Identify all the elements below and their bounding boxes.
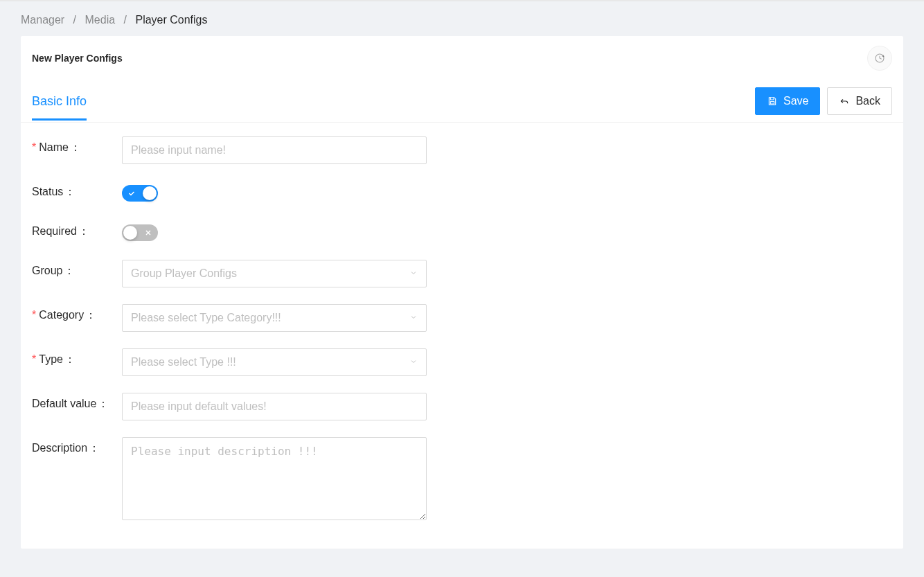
save-icon bbox=[767, 96, 778, 107]
row-type: *Type： Please select Type !!! bbox=[32, 348, 892, 376]
required-asterisk: * bbox=[32, 353, 36, 365]
form: *Name： Status： Required： bbox=[21, 123, 903, 549]
actions: Save Back bbox=[755, 80, 892, 122]
row-category: *Category： Please select Type Category!!… bbox=[32, 304, 892, 332]
chevron-down-icon bbox=[409, 313, 418, 323]
row-description: Description： bbox=[32, 437, 892, 522]
page-title: New Player Configs bbox=[32, 53, 123, 64]
close-icon bbox=[144, 229, 152, 237]
label-status: Status： bbox=[32, 181, 122, 199]
history-icon bbox=[874, 53, 885, 64]
label-name: *Name： bbox=[32, 136, 122, 155]
category-select-placeholder: Please select Type Category!!! bbox=[131, 312, 281, 324]
breadcrumb-sep: / bbox=[124, 14, 127, 26]
required-toggle[interactable] bbox=[122, 224, 158, 241]
history-button[interactable] bbox=[867, 46, 892, 71]
card: New Player Configs Basic Info Save bbox=[21, 36, 903, 549]
type-select[interactable]: Please select Type !!! bbox=[122, 348, 427, 376]
breadcrumb-current: Player Configs bbox=[135, 14, 207, 26]
required-asterisk: * bbox=[32, 141, 36, 153]
row-name: *Name： bbox=[32, 136, 892, 164]
card-header: New Player Configs bbox=[21, 36, 903, 80]
category-select[interactable]: Please select Type Category!!! bbox=[122, 304, 427, 332]
type-select-placeholder: Please select Type !!! bbox=[131, 356, 236, 369]
description-textarea[interactable] bbox=[122, 437, 427, 520]
toggle-knob bbox=[143, 186, 157, 200]
label-default-value: Default value： bbox=[32, 393, 122, 411]
breadcrumb-media[interactable]: Media bbox=[85, 14, 116, 26]
save-button-label: Save bbox=[783, 95, 808, 107]
check-icon bbox=[127, 189, 136, 197]
row-status: Status： bbox=[32, 181, 892, 204]
chevron-down-icon bbox=[409, 357, 418, 368]
group-select[interactable]: Group Player Configs bbox=[122, 260, 427, 287]
back-icon bbox=[839, 96, 850, 107]
tabs: Basic Info bbox=[32, 83, 109, 120]
tab-basic-info[interactable]: Basic Info bbox=[32, 83, 87, 120]
status-toggle[interactable] bbox=[122, 185, 158, 202]
row-required: Required： bbox=[32, 220, 892, 243]
label-required: Required： bbox=[32, 220, 122, 239]
svg-rect-1 bbox=[770, 102, 774, 104]
tabs-row: Basic Info Save Back bbox=[21, 80, 903, 123]
toggle-knob bbox=[123, 226, 137, 240]
required-asterisk: * bbox=[32, 309, 36, 321]
chevron-down-icon bbox=[409, 269, 418, 279]
label-category: *Category： bbox=[32, 304, 122, 323]
breadcrumb: Manager / Media / Player Configs bbox=[0, 1, 924, 36]
breadcrumb-manager[interactable]: Manager bbox=[21, 14, 64, 26]
row-default-value: Default value： bbox=[32, 393, 892, 420]
row-group: Group： Group Player Configs bbox=[32, 260, 892, 287]
back-button[interactable]: Back bbox=[827, 87, 892, 115]
breadcrumb-sep: / bbox=[73, 14, 76, 26]
label-group: Group： bbox=[32, 260, 122, 278]
group-select-placeholder: Group Player Configs bbox=[131, 267, 237, 280]
name-input[interactable] bbox=[122, 136, 427, 164]
default-value-input[interactable] bbox=[122, 393, 427, 420]
save-button[interactable]: Save bbox=[755, 87, 820, 115]
label-type: *Type： bbox=[32, 348, 122, 367]
back-button-label: Back bbox=[855, 95, 880, 107]
label-description: Description： bbox=[32, 437, 122, 456]
